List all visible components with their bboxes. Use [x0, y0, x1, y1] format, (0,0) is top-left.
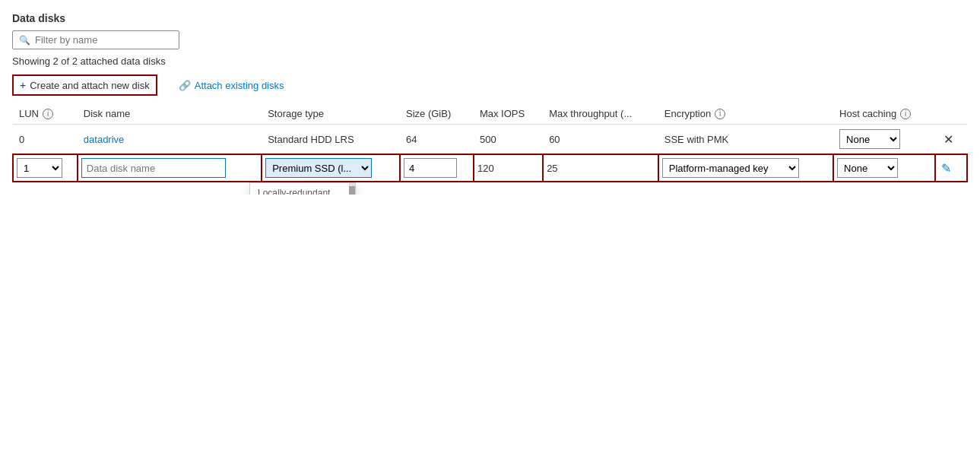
delete-row-button-0[interactable]: ✕ — [941, 132, 956, 147]
col-size: Size (GiB) — [400, 103, 474, 125]
encryption-select-edit[interactable]: Platform-managed key Customer-managed ke… — [662, 158, 799, 178]
cell-throughput-edit: 25 — [543, 154, 658, 182]
cell-lun-edit: 1 2 3 — [13, 154, 78, 182]
section-title: Data disks — [12, 12, 968, 24]
cell-size-edit — [400, 154, 474, 182]
col-lun: LUN i — [13, 103, 78, 125]
disk-table: LUN i Disk name Storage type Size (GiB) — [12, 103, 968, 182]
dropdown-item-lrs[interactable]: Locally-redundant storage (data is repli… — [250, 183, 349, 195]
col-max-throughput: Max throughput (... — [543, 103, 658, 125]
col-disk-name: Disk name — [78, 103, 262, 125]
disk-name-link-0[interactable]: datadrive — [84, 134, 124, 145]
cell-storagetype-edit: Premium SSD (l... Standard HDD LRS Stand… — [262, 154, 400, 182]
dropdown-scroll-thumb — [349, 186, 355, 195]
lun-info-icon[interactable]: i — [43, 109, 53, 119]
cell-hostcaching-0: None Read-only Read/write — [833, 125, 935, 155]
col-host-caching: Host caching i — [833, 103, 935, 125]
table-container: LUN i Disk name Storage type Size (GiB) — [12, 103, 968, 182]
col-max-iops: Max IOPS — [474, 103, 543, 125]
table-row: 0 datadrive Standard HDD LRS 64 500 — [13, 125, 967, 155]
cell-delete-0: ✕ — [935, 125, 967, 155]
cell-throughput-0: 60 — [543, 125, 658, 155]
dropdown-scroll-track[interactable] — [349, 183, 355, 195]
dropdown-content: Locally-redundant storage (data is repli… — [250, 183, 349, 195]
cell-size-0: 64 — [400, 125, 474, 155]
filter-input-wrapper[interactable]: 🔍 — [12, 30, 179, 49]
encryption-info-icon[interactable]: i — [715, 109, 725, 119]
disk-name-input-edit[interactable] — [81, 158, 226, 178]
showing-count: Showing 2 of 2 attached data disks — [12, 55, 968, 67]
attach-disk-button[interactable]: 🔗 Attach existing disks — [173, 77, 290, 94]
host-caching-select-0[interactable]: None Read-only Read/write — [839, 129, 900, 149]
storage-type-select-edit[interactable]: Premium SSD (l... Standard HDD LRS Stand… — [265, 158, 372, 178]
table-header: LUN i Disk name Storage type Size (GiB) — [13, 103, 967, 125]
cell-iops-0: 500 — [474, 125, 543, 155]
host-caching-info-icon[interactable]: i — [900, 109, 911, 119]
cell-hostcaching-edit: None Read-only Read/write — [833, 154, 935, 182]
cell-lun-0: 0 — [13, 125, 78, 155]
size-input-edit[interactable] — [404, 158, 457, 178]
host-caching-select-edit[interactable]: None Read-only Read/write — [837, 158, 898, 178]
col-actions — [935, 103, 967, 125]
cell-iops-edit: 120 — [474, 154, 543, 182]
storage-type-dropdown: Locally-redundant storage (data is repli… — [249, 182, 356, 195]
cell-diskname-0: datadrive — [78, 125, 262, 155]
attach-icon: 🔗 — [179, 80, 191, 91]
cell-storagetype-0: Standard HDD LRS — [262, 125, 400, 155]
cell-edit-actions: ✎ — [935, 154, 967, 182]
filter-input[interactable] — [35, 34, 173, 46]
data-disks-section: Data disks 🔍 Showing 2 of 2 attached dat… — [12, 12, 968, 182]
filter-row: 🔍 — [12, 30, 968, 49]
edit-row-pencil-button[interactable]: ✎ — [939, 161, 953, 176]
search-icon: 🔍 — [19, 35, 30, 46]
plus-icon: + — [20, 79, 26, 91]
col-encryption: Encryption i — [658, 103, 833, 125]
attach-disk-label: Attach existing disks — [195, 80, 284, 91]
cell-encryption-0: SSE with PMK — [658, 125, 833, 155]
dropdown-item-lrs-text: Locally-redundant storage (data is repli… — [258, 188, 341, 195]
create-disk-label: Create and attach new disk — [30, 80, 150, 91]
col-storage-type: Storage type — [262, 103, 400, 125]
action-bar: + Create and attach new disk 🔗 Attach ex… — [12, 74, 968, 96]
lun-select-edit[interactable]: 1 2 3 — [17, 158, 62, 178]
cell-encryption-edit: Platform-managed key Customer-managed ke… — [658, 154, 833, 182]
create-disk-button[interactable]: + Create and attach new disk — [12, 74, 157, 96]
cell-diskname-edit — [78, 154, 262, 182]
dropdown-scrollbar: Locally-redundant storage (data is repli… — [250, 183, 355, 195]
edit-row: 1 2 3 Premium SSD (l... Standard HDD LRS… — [13, 154, 967, 182]
